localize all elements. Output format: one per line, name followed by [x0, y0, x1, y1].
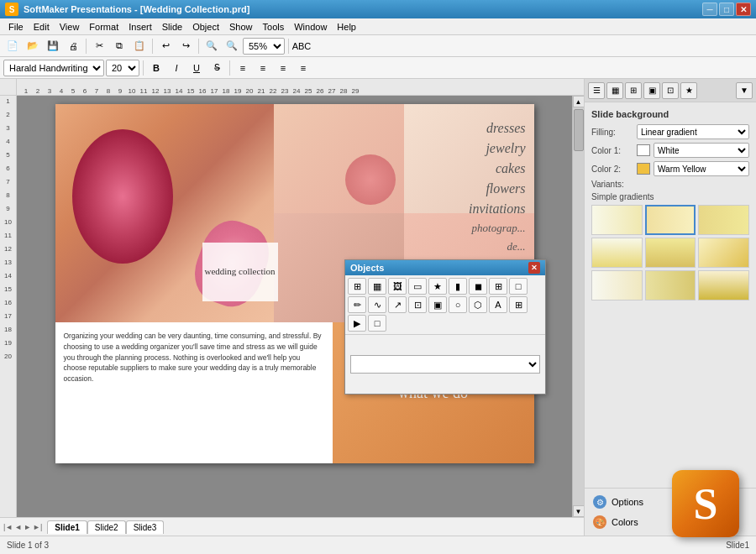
rpt-btn-4[interactable]: ▣ — [643, 82, 660, 99]
menu-tools[interactable]: Tools — [258, 20, 290, 34]
menu-edit[interactable]: Edit — [29, 20, 55, 34]
obj-btn-rect[interactable]: ▭ — [408, 278, 427, 295]
spellcheck-button[interactable]: ABC — [292, 38, 311, 55]
color2-selector[interactable]: Warm Yellow — [654, 161, 749, 176]
menu-format[interactable]: Format — [84, 20, 123, 34]
format-sep-1 — [143, 60, 144, 76]
gradient-6[interactable] — [698, 238, 749, 268]
rpt-btn-2[interactable]: ▦ — [606, 82, 623, 99]
zoom-out-button[interactable]: 🔍 — [202, 38, 221, 55]
scroll-track[interactable] — [573, 107, 585, 505]
objects-content — [345, 335, 545, 394]
gradient-3[interactable] — [698, 205, 749, 235]
obj-btn-shape2[interactable]: ◼ — [469, 278, 487, 295]
align-center-button[interactable]: ≡ — [254, 60, 272, 76]
scroll-thumb[interactable] — [574, 109, 584, 151]
color1-label: Color 1: — [591, 146, 633, 155]
obj-btn-chart[interactable]: ▦ — [368, 278, 386, 295]
color1-swatch — [637, 144, 650, 156]
nav-last[interactable]: ►| — [33, 523, 42, 531]
copy-button[interactable]: ⧉ — [110, 38, 129, 55]
gradient-4[interactable] — [591, 238, 643, 268]
cut-button[interactable]: ✂ — [90, 38, 108, 55]
scroll-up-button[interactable]: ▲ — [573, 96, 585, 107]
gradient-8[interactable] — [645, 270, 696, 301]
obj-btn-image[interactable]: 🖼 — [388, 278, 407, 295]
obj-btn-star[interactable]: ★ — [428, 278, 447, 295]
paste-button[interactable]: 📋 — [130, 38, 149, 55]
close-button[interactable]: ✕ — [736, 3, 751, 16]
align-right-button[interactable]: ≡ — [274, 60, 292, 76]
obj-btn-polygon[interactable]: ▣ — [428, 296, 447, 313]
obj-btn-box[interactable]: □ — [368, 315, 386, 332]
obj-btn-shape1[interactable]: ▮ — [449, 278, 467, 295]
objects-dialog-close[interactable]: ✕ — [528, 262, 540, 274]
rpt-btn-3[interactable]: ⊞ — [625, 82, 642, 99]
text-decor: de... — [417, 240, 526, 253]
scroll-down-button[interactable]: ▼ — [573, 505, 585, 517]
underline-button[interactable]: U — [187, 60, 206, 76]
bold-button[interactable]: B — [147, 60, 165, 76]
ruler-num: 15 — [185, 87, 197, 95]
obj-btn-media[interactable]: ▶ — [348, 315, 366, 332]
slide-background-title: Slide background — [591, 109, 749, 119]
gradient-1[interactable] — [591, 205, 643, 235]
menu-insert[interactable]: Insert — [123, 20, 157, 34]
slide-viewport[interactable]: dresses jewelry cakes flowers invitation… — [17, 96, 572, 517]
italic-button[interactable]: I — [167, 60, 186, 76]
zoom-in-button[interactable]: 🔍 — [223, 38, 241, 55]
menu-object[interactable]: Object — [187, 20, 224, 34]
gradient-7[interactable] — [591, 270, 643, 301]
nav-prev[interactable]: ◄ — [14, 523, 22, 531]
nav-first[interactable]: |◄ — [3, 523, 13, 531]
obj-btn-connect[interactable]: ⊡ — [408, 296, 427, 313]
nav-next[interactable]: ► — [24, 523, 31, 531]
ruler-v-num: 3 — [0, 124, 16, 138]
zoom-selector[interactable]: 55% — [243, 38, 285, 55]
rpt-btn-6[interactable]: ★ — [680, 82, 697, 99]
rpt-btn-arrow[interactable]: ▼ — [736, 82, 753, 99]
obj-btn-table[interactable]: ⊞ — [348, 278, 366, 295]
align-left-button[interactable]: ≡ — [234, 60, 252, 76]
align-justify-button[interactable]: ≡ — [294, 60, 312, 76]
menu-slide[interactable]: Slide — [157, 20, 187, 34]
filling-selector[interactable]: Linear gradient — [637, 124, 749, 139]
minimize-button[interactable]: ─ — [702, 3, 717, 16]
save-button[interactable]: 💾 — [44, 38, 62, 55]
slide-tab-1[interactable]: Slide1 — [47, 520, 87, 534]
color1-selector[interactable]: White — [654, 143, 749, 158]
menu-help[interactable]: Help — [332, 20, 361, 34]
strikethrough-button[interactable]: S̶ — [207, 60, 226, 76]
font-size-selector[interactable]: 20 — [106, 60, 139, 76]
obj-btn-circle[interactable]: ○ — [449, 296, 467, 313]
redo-button[interactable]: ↪ — [176, 38, 195, 55]
print-button[interactable]: 🖨 — [64, 38, 82, 55]
objects-dropdown[interactable] — [350, 355, 540, 374]
slide-tab-2[interactable]: Slide2 — [87, 520, 126, 534]
obj-btn-line[interactable]: ↗ — [388, 296, 407, 313]
maximize-button[interactable]: □ — [719, 3, 734, 16]
obj-btn-shape4[interactable]: □ — [509, 278, 528, 295]
undo-button[interactable]: ↩ — [156, 38, 175, 55]
menu-view[interactable]: View — [55, 20, 85, 34]
gradient-2[interactable] — [645, 205, 696, 235]
obj-btn-hex[interactable]: ⬡ — [469, 296, 487, 313]
wedding-collection-box[interactable]: wedding collection — [202, 243, 278, 301]
obj-btn-curve[interactable]: ∿ — [368, 296, 386, 313]
menu-file[interactable]: File — [3, 20, 29, 34]
rpt-btn-5[interactable]: ⊡ — [662, 82, 679, 99]
gradient-5[interactable] — [645, 238, 696, 268]
obj-btn-text[interactable]: A — [489, 296, 507, 313]
rpt-btn-1[interactable]: ☰ — [588, 82, 605, 99]
font-selector[interactable]: Harald Handwriting — [3, 60, 104, 76]
open-button[interactable]: 📂 — [24, 38, 42, 55]
new-button[interactable]: 📄 — [3, 38, 22, 55]
obj-btn-grid[interactable]: ⊞ — [509, 296, 528, 313]
obj-btn-pen[interactable]: ✏ — [348, 296, 366, 313]
vertical-scrollbar[interactable]: ▲ ▼ — [572, 96, 584, 517]
slide-tab-3[interactable]: Slide3 — [126, 520, 165, 534]
gradient-9[interactable] — [698, 270, 749, 301]
menu-window[interactable]: Window — [289, 20, 332, 34]
obj-btn-shape3[interactable]: ⊞ — [489, 278, 507, 295]
menu-show[interactable]: Show — [224, 20, 258, 34]
